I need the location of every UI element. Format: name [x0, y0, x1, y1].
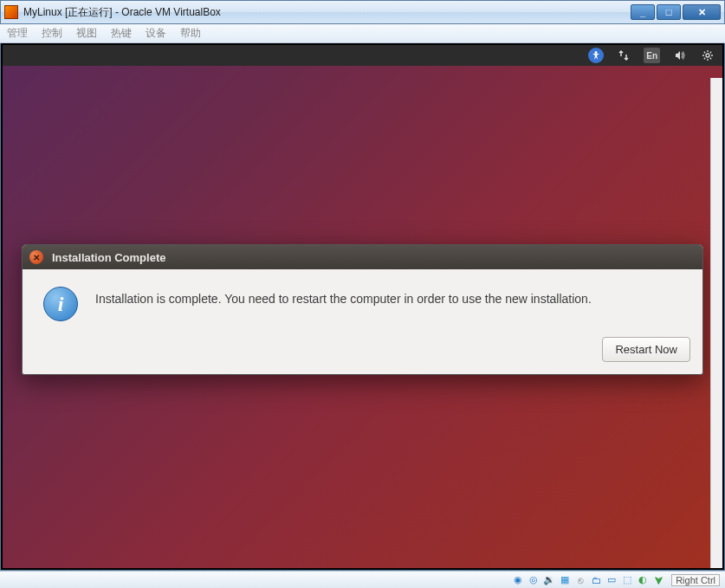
status-usb-icon[interactable]: ⎋: [574, 574, 586, 586]
menu-devices[interactable]: 设备: [146, 26, 166, 41]
menu-view[interactable]: 视图: [76, 26, 97, 41]
info-icon: i: [43, 287, 78, 321]
status-record-icon[interactable]: ⬚: [621, 574, 633, 586]
restart-now-button[interactable]: Restart Now: [602, 337, 690, 362]
window-titlebar[interactable]: MyLinux [正在运行] - Oracle VM VirtualBox _ …: [0, 0, 725, 24]
status-display-icon[interactable]: ▭: [605, 574, 618, 586]
maximize-button[interactable]: □: [657, 4, 681, 20]
vm-display-area: En ✕ Installation Complete i Installatio…: [0, 43, 725, 571]
menu-help[interactable]: 帮助: [180, 26, 201, 41]
dialog-close-button[interactable]: ✕: [29, 250, 43, 264]
language-indicator[interactable]: En: [644, 48, 660, 63]
status-mouse-icon[interactable]: ⮟: [652, 574, 664, 586]
status-audio-icon[interactable]: 🔉: [543, 574, 555, 586]
menu-control[interactable]: 控制: [42, 26, 62, 41]
guest-screen[interactable]: En ✕ Installation Complete i Installatio…: [3, 45, 722, 568]
status-hdd-icon[interactable]: ◉: [512, 574, 524, 586]
dialog-title: Installation Complete: [52, 251, 165, 264]
status-vrde-icon[interactable]: ◐: [637, 574, 649, 586]
dialog-message: Installation is complete. You need to re…: [95, 287, 592, 306]
svg-point-1: [706, 54, 709, 57]
vertical-scrollbar[interactable]: [710, 78, 722, 568]
menu-manage[interactable]: 管理: [7, 26, 28, 41]
minimize-button[interactable]: _: [631, 4, 655, 20]
network-icon[interactable]: [616, 48, 631, 63]
close-window-button[interactable]: ✕: [683, 4, 721, 20]
status-shared-folder-icon[interactable]: 🗀: [590, 574, 602, 586]
accessibility-icon[interactable]: [588, 48, 604, 63]
installation-complete-dialog: ✕ Installation Complete i Installation i…: [22, 244, 703, 375]
status-network-icon[interactable]: ▦: [559, 574, 571, 586]
dialog-titlebar[interactable]: ✕ Installation Complete: [23, 245, 702, 269]
ubuntu-top-panel: En: [3, 45, 722, 66]
host-key-indicator: Right Ctrl: [671, 574, 720, 586]
svg-point-0: [595, 51, 598, 54]
window-title: MyLinux [正在运行] - Oracle VM VirtualBox: [23, 5, 629, 20]
menu-bar: 管理 控制 视图 热键 设备 帮助: [0, 24, 725, 43]
status-optical-icon[interactable]: ◎: [528, 574, 540, 586]
volume-icon[interactable]: [672, 48, 688, 63]
gear-icon[interactable]: [700, 48, 715, 63]
virtualbox-logo-icon: [4, 5, 18, 19]
virtualbox-status-bar: ◉ ◎ 🔉 ▦ ⎋ 🗀 ▭ ⬚ ◐ ⮟ Right Ctrl: [0, 571, 725, 588]
menu-hotkey[interactable]: 热键: [111, 26, 132, 41]
